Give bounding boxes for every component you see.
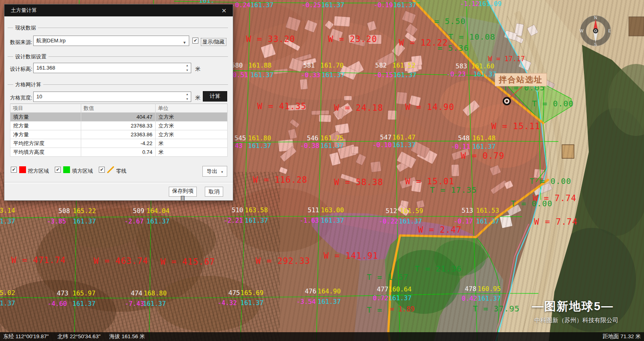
map-grid-label: W = 7.74: [534, 217, 578, 226]
legend-checkbox[interactable]: ✔: [55, 167, 61, 173]
map-grid-label: 545: [234, 135, 246, 142]
map-grid-label: 475: [228, 290, 240, 297]
chevron-down-icon[interactable]: ▾: [183, 38, 186, 47]
map-grid-label: -3.54: [296, 299, 316, 305]
map-grid-label: 164.04: [146, 208, 170, 215]
cell-value: 23363.86: [81, 130, 156, 139]
map-grid-label: T = 0.00: [532, 100, 574, 108]
map-grid-label: T = 10.08: [448, 33, 495, 41]
map-grid-label: W = 15.01: [405, 177, 454, 186]
grid-width-input[interactable]: 10 ▲▼: [33, 92, 191, 102]
map-grid-label: T = 0.00: [511, 199, 552, 208]
close-icon[interactable]: ✕: [220, 7, 228, 14]
source-combobox[interactable]: 航测DEM.lrp ▾: [33, 36, 189, 46]
map-grid-label: -0.38: [300, 143, 319, 150]
legend-checkbox[interactable]: ✔: [11, 167, 17, 173]
grid-width-label: 方格宽度:: [10, 94, 32, 102]
map-grid-label: 547: [380, 134, 392, 141]
map-grid-label: T = 17.35: [430, 186, 477, 194]
app-window: 161.-0.24161.37-0.25161.37-0.19161.37-1.…: [0, 0, 644, 341]
site-annotation-label[interactable]: 拌合站选址: [495, 73, 547, 86]
map-grid-label: 477: [377, 286, 388, 293]
cell-item: 平均填方高度: [10, 148, 81, 157]
map-grid-label: -0.17: [454, 218, 473, 225]
column-header: 单位: [156, 104, 228, 113]
table-row[interactable]: 挖方量 23768.33 立方米: [10, 122, 228, 130]
map-grid-label: 161.37: [146, 218, 170, 225]
map-grid-label: W = 33.20: [246, 35, 295, 44]
spinner-arrows-icon[interactable]: ▲▼: [185, 92, 190, 101]
map-grid-label: 161.37: [478, 295, 501, 302]
map-grid-label: T = 37.95: [473, 305, 520, 313]
design-elevation-input[interactable]: 161.368 ▲▼: [33, 63, 191, 73]
map-grid-label: 161.47: [392, 134, 416, 141]
map-grid-label: 161.52: [392, 62, 416, 69]
status-longitude: 东经 112°00'19.87": [3, 333, 49, 340]
map-grid-label: 510: [232, 207, 243, 214]
map-grid-label: W = 141.91: [324, 251, 378, 260]
map-grid-label: 161.09: [478, 1, 502, 8]
map-grid-label: W = 14.90: [405, 103, 454, 112]
map-grid-label: 161.37: [240, 300, 264, 307]
app-watermark-company: 中科图新（苏州）科技有限公司: [534, 317, 618, 324]
map-grid-label: W = 24.18: [334, 104, 383, 112]
map-grid-label: -4.60: [48, 301, 67, 307]
earthwork-dialog: 土方量计算 ✕ 现状数据 数据来源: 航测DEM.lrp ▾ ✔ 显示/隐藏 设…: [4, 4, 233, 201]
legend-checkbox[interactable]: ✔: [99, 167, 105, 173]
show-hide-checkbox[interactable]: ✔: [192, 38, 198, 44]
table-row[interactable]: 填方量 404.47 立方米: [10, 113, 228, 122]
cell-unit: 米: [156, 139, 228, 148]
table-row[interactable]: 净方量 23363.86 立方米: [10, 130, 228, 139]
table-row[interactable]: 平均挖方深度 -4.22 米: [10, 139, 228, 148]
map-grid-label: 161.37: [73, 218, 96, 225]
compass-s: S: [594, 42, 597, 47]
map-grid-label: -0.10: [372, 142, 392, 149]
map-grid-label: -2.21: [224, 217, 243, 224]
map-grid-label: 509: [133, 208, 144, 215]
map-grid-label: 161.37: [321, 2, 344, 9]
cell-value: -4.22: [81, 139, 156, 148]
dialog-titlebar[interactable]: 土方量计算 ✕: [4, 4, 233, 16]
map-grid-label: 165.02: [0, 290, 15, 297]
cell-unit: 立方米: [156, 113, 228, 122]
map-grid-label: 160.95: [478, 286, 501, 293]
map-grid-label: -1.12: [460, 1, 479, 8]
cell-value: 23768.33: [81, 122, 156, 130]
export-label: 导出: [207, 168, 218, 174]
map-grid-label: 161.37: [318, 299, 341, 305]
save-to-project-button[interactable]: 保存到项目: [169, 187, 197, 197]
design-unit-label: 米: [195, 66, 200, 73]
spinner-arrows-icon[interactable]: ▲▼: [185, 64, 190, 72]
zero-line-swatch-icon: [107, 166, 114, 173]
map-grid-label: 161.37: [392, 142, 416, 149]
map-grid-label: 161.37: [473, 71, 496, 78]
map-grid-label: 511: [308, 207, 319, 214]
group-design-data: 设计数据设置: [8, 56, 228, 57]
map-grid-label: 161.37: [322, 72, 345, 79]
map-grid-label: T = 1.57: [367, 273, 408, 281]
map-grid-label: T = 21.36: [415, 265, 462, 273]
design-elevation-label: 设计标高:: [10, 66, 32, 73]
table-row[interactable]: 平均填方高度 0.74 米: [10, 148, 228, 157]
compass-w: W: [580, 29, 584, 33]
dialog-title: 土方量计算: [11, 7, 37, 14]
export-button[interactable]: 导出 ▾: [202, 166, 227, 177]
group-design-data-label: 设计数据设置: [13, 53, 48, 60]
map-grid-label: 161.53: [476, 207, 499, 214]
map-grid-label: 474: [131, 290, 142, 297]
chevron-down-icon[interactable]: ▾: [221, 170, 223, 174]
map-grid-label: = 5.50: [434, 17, 466, 26]
calculate-button[interactable]: 计算: [203, 91, 227, 102]
map-grid-label: 161.37: [321, 217, 344, 224]
cell-unit: 立方米: [156, 122, 228, 130]
status-latitude: 北纬 22°50'34.63": [58, 333, 100, 340]
show-hide-label[interactable]: 显示/隐藏: [201, 38, 226, 46]
compass-widget[interactable]: N S W E: [577, 12, 614, 49]
map-grid-label: W = 23.20: [328, 35, 377, 44]
map-grid-label: 582: [375, 62, 387, 69]
map-grid-label: W = 0.79: [461, 152, 504, 160]
cancel-button[interactable]: 取消: [205, 187, 223, 197]
map-grid-label: -0.19: [374, 2, 393, 9]
map-grid-label: 163.00: [321, 207, 344, 214]
map-grid-label: 161.59: [400, 208, 423, 215]
